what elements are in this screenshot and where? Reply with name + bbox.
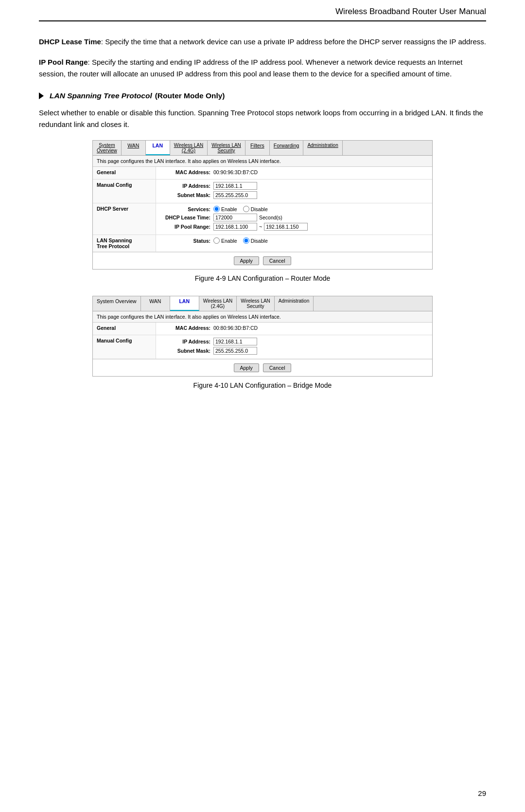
page-number: 29 <box>478 789 486 797</box>
manual-config-row: Manual Config IP Address: Subnet Mask: <box>93 180 432 203</box>
bridge-general-content: MAC Address: 00:80:96:3D:B7:CD <box>156 323 432 335</box>
ip-pool-para: IP Pool Range: Specify the starting and … <box>39 56 486 80</box>
bridge-manual-content: IP Address: Subnet Mask: <box>156 335 432 359</box>
bridge-ip-label: IP Address: <box>160 339 213 344</box>
stp-disable-label[interactable]: Disable <box>243 237 268 244</box>
ip-pool-text: : Specify the starting and ending IP add… <box>39 58 462 78</box>
figure10-caption: Figure 4-10 LAN Configuration – Bridge M… <box>39 381 486 389</box>
dhcp-server-row: DHCP Server Services: Enable Disable <box>93 203 432 235</box>
bridge-subnet-label: Subnet Mask: <box>160 348 213 354</box>
dhcp-lease-bold: DHCP Lease Time <box>39 37 101 46</box>
lease-time-label: DHCP Lease Time: <box>160 215 213 220</box>
bridge-mode-panel: System Overview WAN LAN Wireless LAN(2.4… <box>92 296 433 377</box>
stp-content: Status: Enable Disable <box>156 235 432 252</box>
nav2-administration[interactable]: Administration <box>275 296 314 311</box>
stp-row: LAN Spanning Tree Protocol Status: Enabl… <box>93 235 432 252</box>
bridge-ip-input[interactable] <box>213 338 257 345</box>
bridge-general-row: General MAC Address: 00:80:96:3D:B7:CD <box>93 323 432 335</box>
nav-wireless-sec[interactable]: Wireless LANSecurity <box>208 141 245 155</box>
nav-filters[interactable]: Filters <box>245 141 270 155</box>
lease-time-row: DHCP Lease Time: Second(s) <box>160 214 428 221</box>
bridge-mac-row: MAC Address: 00:80:96:3D:B7:CD <box>160 325 428 331</box>
ip-address-row: IP Address: <box>160 182 428 190</box>
bridge-info-row: This page configures the LAN interface. … <box>93 311 432 323</box>
bridge-manual-label: Manual Config <box>93 335 156 359</box>
router-mode-panel: SystemOverview WAN LAN Wireless LAN(2.4G… <box>92 140 433 270</box>
nav-forwarding[interactable]: Forwarding <box>270 141 304 155</box>
page-container: Wireless Broadband Router User Manual DH… <box>0 0 525 812</box>
header-title: Wireless Broadband Router User Manual <box>335 7 486 16</box>
arrow-icon <box>39 92 44 99</box>
bridge-mac-label: MAC Address: <box>160 325 213 331</box>
pool-end-input[interactable] <box>264 223 308 231</box>
stp-label-col: LAN Spanning Tree Protocol <box>93 235 156 252</box>
bridge-nav-bar: System Overview WAN LAN Wireless LAN(2.4… <box>93 296 432 311</box>
pool-range-row: IP Pool Range: ~ <box>160 223 428 231</box>
ip-label: IP Address: <box>160 183 213 189</box>
stp-enable-label[interactable]: Enable <box>213 237 237 244</box>
stp-enable-radio[interactable] <box>213 237 220 244</box>
bridge-mac-value: 00:80:96:3D:B7:CD <box>213 325 258 331</box>
stp-status-row: Status: Enable Disable <box>160 237 428 244</box>
subnet-input[interactable] <box>213 191 257 199</box>
pool-range-label: IP Pool Range: <box>160 224 213 230</box>
seconds-label: Second(s) <box>259 215 282 220</box>
pool-start-input[interactable] <box>213 223 257 231</box>
manual-config-label: Manual Config <box>93 180 156 203</box>
stp-heading: LAN Spanning Tree Protocol (Router Mode … <box>39 91 486 100</box>
subnet-row: Subnet Mask: <box>160 191 428 199</box>
subnet-label: Subnet Mask: <box>160 192 213 198</box>
nav-wan[interactable]: WAN <box>122 141 146 155</box>
nav2-wireless-24g[interactable]: Wireless LAN(2.4G) <box>199 296 237 311</box>
figure9-caption: Figure 4-9 LAN Configuration – Router Mo… <box>39 274 486 282</box>
nav2-lan[interactable]: LAN <box>170 296 199 311</box>
enable-radio[interactable] <box>213 206 220 212</box>
dhcp-label: DHCP Server <box>93 203 156 235</box>
bridge-subnet-input[interactable] <box>213 347 257 355</box>
general-label: General <box>93 167 156 179</box>
button-row-9: Apply Cancel <box>93 252 432 269</box>
dhcp-content: Services: Enable Disable DHCP Lease Time <box>156 203 432 235</box>
enable-radio-label[interactable]: Enable <box>213 206 237 212</box>
button-row-10: Apply Cancel <box>93 359 432 376</box>
mac-value: 00:90:96:3D:B7:CD <box>213 169 258 175</box>
disable-radio-label[interactable]: Disable <box>243 206 268 212</box>
panel-info-row: This page configures the LAN interface. … <box>93 156 432 167</box>
header-bar: Wireless Broadband Router User Manual <box>39 0 486 21</box>
nav-wireless-24g[interactable]: Wireless LAN(2.4G) <box>170 141 208 155</box>
manual-config-content: IP Address: Subnet Mask: <box>156 180 432 203</box>
dhcp-lease-section: DHCP Lease Time: Specify the time that a… <box>39 36 486 80</box>
apply-button-10[interactable]: Apply <box>234 363 259 372</box>
general-row: General MAC Address: 00:90:96:3D:B7:CD <box>93 167 432 180</box>
nav-administration[interactable]: Administration <box>303 141 342 155</box>
mac-row: MAC Address: 00:90:96:3D:B7:CD <box>160 169 428 175</box>
nav2-wan[interactable]: WAN <box>141 296 170 311</box>
nav2-wireless-sec[interactable]: Wireless LANSecurity <box>237 296 275 311</box>
bridge-ip-row: IP Address: <box>160 338 428 345</box>
cancel-button-10[interactable]: Cancel <box>263 363 292 372</box>
dhcp-lease-para: DHCP Lease Time: Specify the time that a… <box>39 36 486 48</box>
nav-lan[interactable]: LAN <box>146 141 170 155</box>
services-radio-group: Enable Disable <box>213 206 268 212</box>
bridge-manual-config-row: Manual Config IP Address: Subnet Mask: <box>93 335 432 359</box>
nav2-system-overview[interactable]: System Overview <box>93 296 141 311</box>
cancel-button-9[interactable]: Cancel <box>263 256 292 265</box>
bridge-subnet-row: Subnet Mask: <box>160 347 428 355</box>
apply-button-9[interactable]: Apply <box>234 256 259 265</box>
bridge-general-label: General <box>93 323 156 335</box>
stp-status-label: Status: <box>160 238 213 244</box>
general-content: MAC Address: 00:90:96:3D:B7:CD <box>156 167 432 179</box>
pool-range-inputs: ~ <box>213 223 308 231</box>
stp-disable-radio[interactable] <box>243 237 249 244</box>
dhcp-lease-text: : Specify the time that a network device… <box>101 37 486 46</box>
pool-separator: ~ <box>259 224 262 230</box>
ip-input[interactable] <box>213 182 257 190</box>
services-row: Services: Enable Disable <box>160 206 428 212</box>
stp-heading-italic: LAN Spanning Tree Protocol <box>50 91 152 100</box>
nav-system-overview[interactable]: SystemOverview <box>93 141 122 155</box>
services-label: Services: <box>160 206 213 212</box>
disable-radio[interactable] <box>243 206 249 212</box>
lease-time-input[interactable] <box>213 214 257 221</box>
stp-desc-para: Select whether to enable or disable this… <box>39 107 486 130</box>
ip-pool-bold: IP Pool Range <box>39 58 88 66</box>
